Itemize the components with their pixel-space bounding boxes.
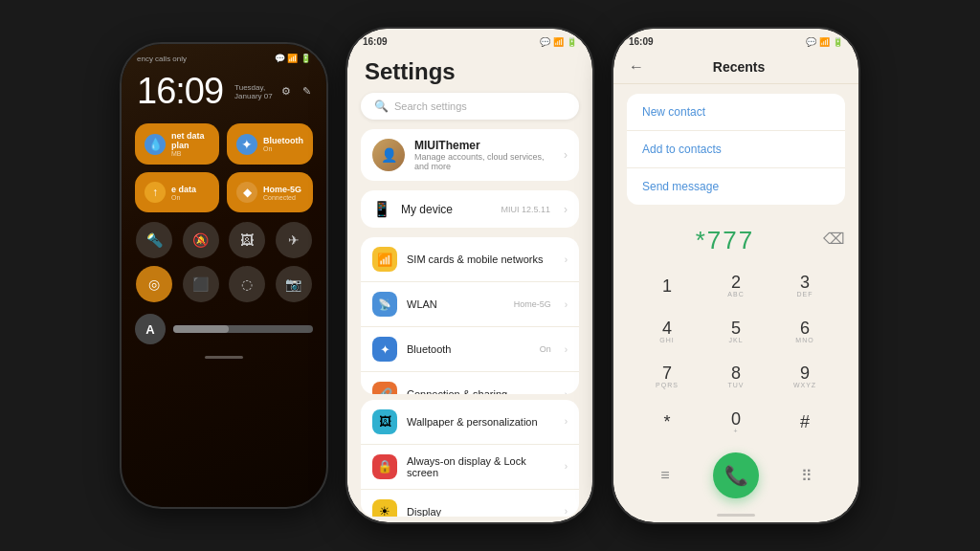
p3-key-4-num: 4 [662,320,672,337]
p3-key-0-num: 0 [731,410,741,428]
p2-wlan-value: Home-5G [514,299,551,309]
p1-settings-icon[interactable]: ⚙ [281,85,291,98]
p3-key-7[interactable]: 7 PQRS [633,354,702,400]
p3-back-button[interactable]: ← [629,58,644,76]
p3-key-2-num: 2 [731,274,741,291]
p3-key-1[interactable]: 1 [633,263,702,309]
p3-status-bar: 16:09 💬 📶 🔋 [613,29,858,51]
p1-status-bar: ency calls only 💬 📶 🔋 [122,44,326,67]
p1-torch-btn[interactable]: 🔦 [135,222,174,258]
p1-tile-bluetooth-text: Bluetooth On [263,136,303,152]
p2-wlan-label: WLAN [407,298,504,310]
p3-key-4[interactable]: 4 GHI [633,309,702,355]
p2-wlan-icon: 📡 [372,292,397,317]
p2-sim-icon: 📶 [372,247,397,272]
p3-number-row: *777 ⌫ [613,214,858,263]
p3-home-indicator[interactable] [717,514,755,517]
p2-account-avatar: 👤 [372,139,405,171]
p1-volume-row: A [122,302,326,344]
p3-key-hash[interactable]: # [770,400,839,446]
p3-key-9[interactable]: 9 WXYZ [770,354,839,400]
phone2-screen: 16:09 💬 📶 🔋 Settings 🔍 Search settings 👤… [347,29,592,522]
p1-location-icon: ◎ [136,266,172,302]
p1-clock: 16:09 [137,71,223,112]
p3-key-star[interactable]: * [633,400,702,446]
p3-backspace-button[interactable]: ⌫ [823,230,845,248]
p2-account-info: MIUIThemer Manage accounts, cloud servic… [414,139,554,171]
p1-screen-record-btn[interactable]: ◌ [228,266,267,302]
p3-key-3[interactable]: 3 DEF [770,263,839,309]
p2-display-chevron: › [565,506,568,517]
p1-tile-mobile-data[interactable]: ↑ e data On [135,172,219,212]
p2-device-version: MIUI 12.5.11 [501,205,550,214]
p3-key-6[interactable]: 6 MNO [770,309,839,355]
p3-key-8[interactable]: 8 TUV [702,354,770,400]
p3-key-9-num: 9 [800,364,810,382]
p3-key-0[interactable]: 0 + [702,400,770,446]
p2-connection-label: Connection & sharing [407,388,555,394]
p1-video-btn[interactable]: 📷 [275,266,314,302]
p3-send-message[interactable]: Send message [627,168,845,205]
phone-2: 16:09 💬 📶 🔋 Settings 🔍 Search settings 👤… [345,27,594,524]
p2-account-name: MIUIThemer [414,139,554,152]
p2-sim-item[interactable]: 📶 SIM cards & mobile networks › [361,237,579,282]
p2-bluetooth-item[interactable]: ✦ Bluetooth On › [361,327,579,372]
p1-tile-bluetooth-label: Bluetooth [263,136,303,145]
p1-tile-wifi[interactable]: ◆ Home-5G Connected [227,172,313,212]
p1-tile-wifi-label: Home-5G [263,185,301,194]
p3-key-5-num: 5 [731,320,741,337]
p3-add-to-contacts[interactable]: Add to contacts [627,131,845,168]
p3-key-5[interactable]: 5 JKL [702,309,770,355]
p1-nfc-btn[interactable]: ⬛ [182,266,221,302]
phone3-screen: 16:09 💬 📶 🔋 ← Recents New contact Add to… [613,29,858,522]
p1-screenshot-icon: 🖼 [229,222,265,258]
p2-display-item[interactable]: ☀ Display › [361,490,579,517]
p2-device-section[interactable]: 📱 My device MIUI 12.5.11 › [361,190,579,228]
p1-torch-icon: 🔦 [136,222,172,258]
p1-tile-wifi-text: Home-5G Connected [263,185,301,201]
p2-display-icon: ☀ [372,499,397,517]
p1-date: Tuesday, January 07 [234,83,274,100]
p1-volume-fill [173,325,229,333]
p1-airplane-btn[interactable]: ✈ [275,222,314,258]
p2-wallpaper-item[interactable]: 🖼 Wallpaper & personalization › [361,400,579,445]
p2-connection-item[interactable]: 🔗 Connection & sharing › [361,372,579,394]
p2-account-section[interactable]: 👤 MIUIThemer Manage accounts, cloud serv… [361,129,579,181]
p1-tile-bluetooth[interactable]: ✦ Bluetooth On [227,123,313,165]
p3-key-3-num: 3 [800,274,810,291]
p2-wallpaper-chevron: › [565,416,568,427]
p3-key-5-sub: JKL [728,337,743,343]
p3-recents-title: Recents [654,59,824,75]
p1-home-indicator[interactable] [205,356,243,359]
p1-bluetooth-icon: ✦ [236,134,257,155]
p1-tile-data[interactable]: 💧 net data plan MB [135,123,219,165]
p2-lock-item[interactable]: 🔒 Always-on display & Lock screen › [361,445,579,490]
p2-search-bar[interactable]: 🔍 Search settings [361,93,579,120]
p1-tile-mobile-text: e data On [171,185,196,201]
p3-more-button[interactable]: ≡ [648,458,682,493]
p3-key-8-num: 8 [731,364,741,382]
p3-dialpad-button[interactable]: ⠿ [790,458,824,493]
p2-connection-icon: 🔗 [372,382,397,394]
p1-location-btn[interactable]: ◎ [135,266,174,302]
p1-mobile-data-icon: ↑ [145,182,166,203]
p3-dialed-number: *777 [627,214,823,263]
p1-volume-slider[interactable] [173,325,313,333]
p3-new-contact[interactable]: New contact [627,94,845,131]
p1-time-row: 16:09 Tuesday, January 07 ⚙ ✎ [122,67,326,114]
p3-battery-icon: 🔋 [833,37,843,47]
p3-key-2[interactable]: 2 ABC [702,263,770,309]
p3-key-8-sub: TUV [728,382,745,388]
p3-bottom-bar: ≡ 📞 ⠿ [613,445,858,510]
p2-wlan-chevron: › [565,299,568,310]
p2-account-sub: Manage accounts, cloud services, and mor… [414,152,554,171]
p1-video-icon: 📷 [276,266,312,302]
p1-dnd-btn[interactable]: 🔕 [182,222,221,258]
p1-edit-icon[interactable]: ✎ [302,85,311,98]
p2-sim-chevron: › [565,254,568,265]
p2-wlan-item[interactable]: 📡 WLAN Home-5G › [361,282,579,327]
p1-screenshot-btn[interactable]: 🖼 [228,222,267,258]
p3-call-button[interactable]: 📞 [713,452,759,498]
p1-tile-data-sub: MB [171,150,210,157]
p2-device-chevron: › [564,203,568,216]
